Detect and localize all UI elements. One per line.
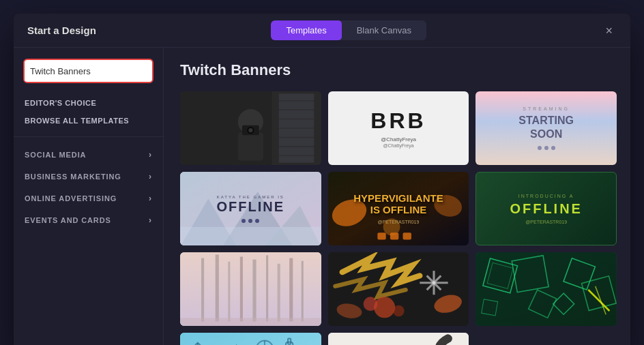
modal-header: Start a Design Templates Blank Canvas × <box>14 14 630 48</box>
card-content <box>475 252 617 326</box>
brb-handle2: @ChattyFreya <box>383 143 413 148</box>
svg-rect-33 <box>240 256 243 321</box>
offline2-overlay: INTRODUCING A OFFLINE @PETERASTR019 <box>476 172 616 245</box>
search-bar-container: × 🔍 <box>23 59 153 83</box>
graffiti-svg <box>328 252 469 326</box>
modal-body: × 🔍 EDITOR'S CHOICE BROWSE ALL TEMPLATES… <box>14 48 630 345</box>
sidebar: × 🔍 EDITOR'S CHOICE BROWSE ALL TEMPLATES… <box>14 48 164 345</box>
main-content: Twitch Banners <box>164 48 630 345</box>
sidebar-item-editors-choice[interactable]: EDITOR'S CHOICE <box>14 94 163 112</box>
dots-row2 <box>241 219 259 223</box>
chevron-right-icon: › <box>149 194 152 203</box>
sidebar-category-label: EVENTS AND CARDS <box>25 216 111 224</box>
svg-rect-35 <box>266 255 268 321</box>
template-card-hypervigilante[interactable]: HYPERVIGILANTEIS OFFLINE @PETERASTR019 <box>328 172 469 245</box>
dot3 <box>551 146 555 150</box>
dot2 <box>544 146 548 150</box>
svg-rect-34 <box>252 260 256 322</box>
food-svg <box>180 333 321 345</box>
template-card-photographer[interactable] <box>180 91 321 165</box>
template-card-geometric[interactable] <box>475 252 617 326</box>
card-content: STREAMING STARTINGSOON <box>475 91 617 165</box>
sidebar-item-browse-all-templates[interactable]: BROWSE ALL TEMPLATES <box>14 112 163 130</box>
svg-rect-61 <box>180 333 321 345</box>
tab-blank-canvas[interactable]: Blank Canvas <box>342 20 426 40</box>
card-content: INTRODUCING A OFFLINE @PETERASTR019 <box>476 172 616 245</box>
offline2-text: OFFLINE <box>510 201 583 217</box>
start-a-design-modal: Start a Design Templates Blank Canvas × … <box>14 14 630 345</box>
streaming-label: STREAMING <box>523 106 570 111</box>
hypervig-text: HYPERVIGILANTEIS OFFLINE <box>353 193 443 215</box>
offline-katya-text: OFFLINE <box>217 199 285 215</box>
template-card-offline-katya[interactable]: KATYA THE GAMER IS OFFLINE <box>180 172 321 245</box>
dots-row <box>538 146 555 150</box>
card-content <box>180 333 321 345</box>
template-card-streaming[interactable]: STREAMING STARTINGSOON <box>475 91 617 165</box>
brb-overlay: BRB @ChattyFreya @ChattyFreya <box>328 91 469 165</box>
modal-title: Start a Design <box>27 25 96 36</box>
templates-grid: BRB @ChattyFreya @ChattyFreya STREAMING … <box>180 91 617 345</box>
sidebar-divider <box>14 136 163 137</box>
svg-point-46 <box>363 297 377 311</box>
tab-group: Templates Blank Canvas <box>271 20 426 40</box>
offline2-handle: @PETERASTR019 <box>525 220 567 224</box>
template-card-offline-green[interactable]: INTRODUCING A OFFLINE @PETERASTR019 <box>475 172 617 245</box>
search-input[interactable] <box>25 61 150 81</box>
chevron-right-icon: › <box>149 150 152 160</box>
hypervig-overlay: HYPERVIGILANTEIS OFFLINE @PETERASTR019 <box>328 172 469 245</box>
svg-rect-37 <box>289 258 293 322</box>
chevron-right-icon: › <box>149 215 152 225</box>
svg-point-45 <box>374 297 395 318</box>
dot3 <box>255 219 259 223</box>
close-button[interactable]: × <box>601 23 617 38</box>
trees-svg <box>180 252 321 326</box>
svg-rect-38 <box>302 261 304 322</box>
svg-point-47 <box>393 305 405 317</box>
sidebar-category-social-media[interactable]: SOCIAL MEDIA › <box>14 144 163 166</box>
card-content <box>328 333 469 345</box>
search-clear-button[interactable]: × <box>150 65 153 76</box>
streaming-overlay: STREAMING STARTINGSOON <box>475 91 617 165</box>
photographer-image <box>180 91 321 165</box>
brb-handle: @ChattyFreya <box>381 136 416 142</box>
card-content <box>180 91 321 165</box>
card-content: BRB @ChattyFreya @ChattyFreya <box>328 91 469 165</box>
svg-rect-36 <box>278 264 280 322</box>
template-card-brush[interactable] <box>328 333 469 345</box>
svg-rect-30 <box>201 258 204 322</box>
sidebar-category-label: BUSINESS MARKETING <box>25 172 121 181</box>
svg-rect-4 <box>238 132 263 160</box>
svg-rect-31 <box>216 254 219 321</box>
offline-text-overlay: KATYA THE GAMER IS OFFLINE <box>180 172 321 245</box>
hypervig-handle: @PETERASTR019 <box>378 220 420 224</box>
sidebar-category-label: ONLINE ADVERTISING <box>25 194 117 202</box>
chevron-right-icon: › <box>149 172 152 181</box>
geo-svg <box>475 252 617 326</box>
card-content <box>328 252 469 326</box>
card-content: HYPERVIGILANTEIS OFFLINE @PETERASTR019 <box>328 172 469 245</box>
sidebar-category-events-and-cards[interactable]: EVENTS AND CARDS › <box>14 209 163 231</box>
sidebar-category-online-advertising[interactable]: ONLINE ADVERTISING › <box>14 188 163 209</box>
template-card-trees[interactable] <box>180 252 321 326</box>
starting-soon-text: STARTINGSOON <box>518 114 574 140</box>
production-label: INTRODUCING A <box>518 194 574 198</box>
template-card-brb[interactable]: BRB @ChattyFreya @ChattyFreya <box>328 91 469 165</box>
template-card-graffiti[interactable] <box>328 252 469 326</box>
template-card-food[interactable] <box>180 333 321 345</box>
card-content <box>180 252 321 326</box>
svg-rect-32 <box>228 262 230 322</box>
brb-main-text: BRB <box>370 108 426 134</box>
sidebar-category-business-marketing[interactable]: BUSINESS MARKETING › <box>14 166 163 188</box>
svg-rect-39 <box>180 318 321 326</box>
dot1 <box>241 219 246 223</box>
page-title: Twitch Banners <box>180 61 617 79</box>
sidebar-category-label: SOCIAL MEDIA <box>25 151 86 159</box>
brush-svg <box>328 333 469 345</box>
card-content: KATYA THE GAMER IS OFFLINE <box>180 172 321 245</box>
dot2 <box>248 219 252 223</box>
svg-point-7 <box>248 128 252 132</box>
dot1 <box>538 146 542 150</box>
tab-templates[interactable]: Templates <box>271 20 341 40</box>
